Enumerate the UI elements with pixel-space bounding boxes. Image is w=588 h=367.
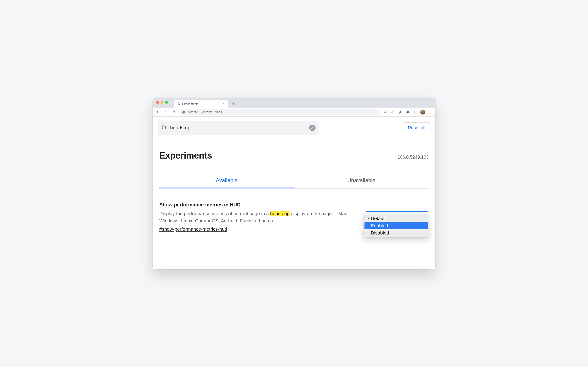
toolbar: Chrome | chrome://flags: [153, 108, 435, 117]
window-zoom-button[interactable]: [165, 101, 168, 104]
chrome-icon: [182, 110, 185, 114]
svg-point-5: [429, 112, 430, 112]
option-enabled[interactable]: Enabled: [364, 222, 428, 229]
tab-unavailable[interactable]: Unavailable: [294, 174, 429, 188]
omnibox-separator: |: [200, 110, 201, 114]
check-icon: ✓: [366, 217, 370, 221]
window-minimize-button[interactable]: [161, 101, 163, 104]
flag-text-block: Show performance metrics in HUD Display …: [159, 202, 354, 232]
toolbar-actions: [382, 109, 434, 115]
flag-desc-highlight: heads up: [270, 211, 290, 216]
heading-row: Experiments 106.0.5249.103: [159, 150, 429, 161]
svg-point-6: [429, 113, 430, 113]
tab-available[interactable]: Available: [159, 174, 294, 188]
reset-all-label: Reset all: [408, 125, 425, 131]
option-default-label: Default: [371, 216, 386, 221]
extensions-icon[interactable]: [405, 109, 411, 115]
window-controls: [156, 101, 168, 104]
new-tab-button[interactable]: [230, 101, 237, 107]
browser-window: Experiments Chrome | chrome:: [153, 98, 435, 269]
flag-row: Show performance metrics in HUD Display …: [159, 202, 429, 232]
zoom-icon[interactable]: [382, 109, 388, 115]
flag-anchor-text: #show-performance-metrics-hud: [159, 226, 227, 232]
flag-anchor-link[interactable]: #show-performance-metrics-hud: [159, 226, 227, 232]
page-title: Experiments: [159, 150, 212, 161]
back-button[interactable]: [154, 109, 161, 116]
option-default[interactable]: ✓ Default: [364, 215, 428, 222]
clear-search-button[interactable]: [309, 125, 315, 131]
flag-title: Show performance metrics in HUD: [159, 202, 354, 208]
omnibox-origin: Chrome: [187, 110, 198, 114]
titlebar: Experiments: [153, 98, 435, 108]
forward-button[interactable]: [162, 109, 169, 116]
flags-search-box: [158, 121, 319, 135]
tab-unavailable-label: Unavailable: [347, 177, 375, 183]
address-bar[interactable]: Chrome | chrome://flags: [179, 109, 380, 116]
share-icon[interactable]: [390, 109, 396, 115]
menu-icon[interactable]: [427, 109, 433, 115]
flag-control: ✓ Default Enabled Disabled: [363, 202, 429, 232]
svg-point-4: [429, 111, 430, 111]
tabs: Available Unavailable: [159, 174, 429, 188]
search-row: Reset all: [153, 117, 435, 139]
svg-rect-3: [414, 111, 417, 113]
tabs-dropdown-button[interactable]: [427, 100, 433, 106]
browser-tab[interactable]: Experiments: [174, 100, 228, 108]
option-disabled-label: Disabled: [371, 230, 389, 236]
option-disabled[interactable]: Disabled: [364, 229, 428, 236]
profile-avatar[interactable]: [420, 110, 425, 115]
window-close-button[interactable]: [156, 101, 159, 104]
reset-all-button[interactable]: Reset all: [403, 122, 430, 133]
tab-available-label: Available: [216, 177, 238, 183]
flags-search-input[interactable]: [170, 125, 306, 131]
svg-point-7: [162, 126, 166, 129]
chrome-version: 106.0.5249.103: [397, 155, 429, 160]
search-icon: [161, 125, 167, 131]
flag-desc-pre: Display the performance metrics of curre…: [159, 211, 270, 216]
side-panel-icon[interactable]: [412, 109, 419, 115]
flask-icon: [177, 102, 180, 106]
bookmark-star-icon[interactable]: [397, 109, 403, 115]
reload-button[interactable]: [170, 109, 177, 116]
flag-state-dropdown[interactable]: ✓ Default Enabled Disabled: [363, 214, 429, 237]
page-content: Reset all Experiments 106.0.5249.103 Ava…: [153, 117, 435, 269]
flag-description: Display the performance metrics of curre…: [159, 210, 354, 224]
option-enabled-label: Enabled: [371, 223, 388, 228]
tab-title: Experiments: [182, 102, 220, 106]
tab-close-button[interactable]: [222, 102, 225, 106]
svg-point-1: [183, 111, 184, 113]
omnibox-url: chrome://flags: [202, 110, 222, 114]
